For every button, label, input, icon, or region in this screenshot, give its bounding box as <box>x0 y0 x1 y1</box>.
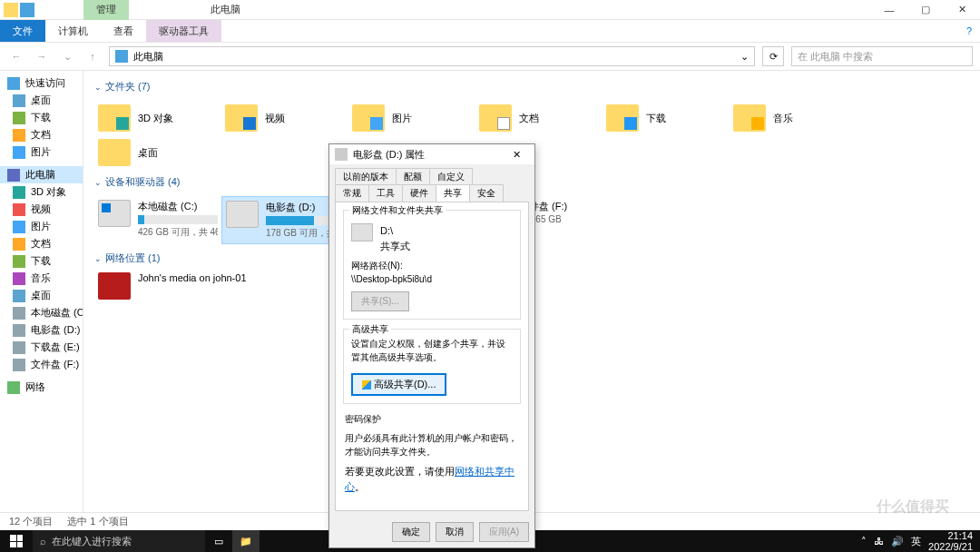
qat-icon[interactable] <box>4 3 18 17</box>
tab-customize[interactable]: 自定义 <box>429 168 473 185</box>
sidebar-item[interactable]: 图片 <box>0 143 83 161</box>
sidebar-item[interactable]: 文件盘 (F:) <box>0 356 83 373</box>
refresh-button[interactable]: ⟳ <box>762 46 784 66</box>
tab-general[interactable]: 常规 <box>335 184 369 202</box>
ok-button[interactable]: 确定 <box>392 522 430 542</box>
sidebar-item[interactable]: 3D 对象 <box>0 183 83 201</box>
taskbar-search[interactable]: ⌕在此键入进行搜索 <box>33 530 205 552</box>
document-icon <box>13 238 25 251</box>
drive-item[interactable]: 本地磁盘 (C:)426 GB 可用，共 465 GB <box>94 196 221 244</box>
sidebar-this-pc[interactable]: 此电脑 <box>0 166 83 183</box>
address-bar: ← → ⌄ ↑ 此电脑 ⌄ ⟳ 在 此电脑 中搜索 <box>0 42 980 71</box>
window-title: 此电脑 <box>211 3 240 16</box>
sidebar-item[interactable]: 下载 <box>0 109 83 126</box>
sidebar-item[interactable]: 电影盘 (D:) <box>0 321 83 339</box>
tab-security[interactable]: 安全 <box>469 184 504 202</box>
forward-button[interactable]: → <box>33 47 51 65</box>
tab-computer[interactable]: 计算机 <box>45 20 101 42</box>
sidebar-item[interactable]: 视频 <box>0 201 83 218</box>
folder-item[interactable]: 文档 <box>475 101 603 135</box>
media-icon <box>98 272 131 300</box>
network-item[interactable]: John's media on john-01 <box>94 269 276 303</box>
dialog-title: 电影盘 (D:) 属性 <box>353 148 425 162</box>
folder-item[interactable]: 3D 对象 <box>94 101 221 135</box>
desktop-icon <box>13 290 25 302</box>
tab-previous-versions[interactable]: 以前的版本 <box>335 168 397 185</box>
picture-icon <box>13 146 25 159</box>
network-path-label: 网络路径(N): <box>351 259 513 272</box>
window-controls: — ▢ ✕ <box>871 0 980 20</box>
drive-icon <box>13 359 25 371</box>
sidebar-item[interactable]: 文档 <box>0 126 83 143</box>
tray-network-icon[interactable]: 🖧 <box>874 536 884 547</box>
folder-icon <box>606 104 639 132</box>
folder-icon <box>733 104 766 132</box>
tray-chevron-icon[interactable]: ˄ <box>861 536 867 547</box>
apply-button[interactable]: 应用(A) <box>479 522 529 542</box>
section-password: 密码保护 用户必须具有此计算机的用户帐户和密码，才能访问共享文件夹。 若要更改此… <box>343 413 521 494</box>
qat <box>0 3 38 17</box>
sidebar-item[interactable]: 本地磁盘 (C:) <box>0 304 83 321</box>
folder-item[interactable]: 音乐 <box>730 101 857 135</box>
chevron-down-icon: ⌄ <box>94 254 102 263</box>
video-icon <box>13 203 25 216</box>
sidebar-item[interactable]: 音乐 <box>0 270 83 287</box>
qat-icon[interactable] <box>20 3 34 17</box>
tab-tools[interactable]: 工具 <box>368 184 403 202</box>
tab-view[interactable]: 查看 <box>101 20 146 42</box>
3d-icon <box>13 186 25 199</box>
ribbon: 文件 计算机 查看 驱动器工具 ? <box>0 20 980 42</box>
explorer-taskbar-icon[interactable]: 📁 <box>232 530 260 552</box>
folder-item[interactable]: 桌面 <box>94 135 221 170</box>
tray-time[interactable]: 21:14 <box>928 530 973 541</box>
tray-ime[interactable]: 英 <box>911 535 921 548</box>
share-button[interactable]: 共享(S)... <box>351 291 409 311</box>
tab-file[interactable]: 文件 <box>0 20 45 42</box>
cancel-button[interactable]: 取消 <box>436 522 474 542</box>
search-input[interactable]: 在 此电脑 中搜索 <box>791 46 973 66</box>
up-button[interactable]: ↑ <box>83 47 102 65</box>
dialog-close-button[interactable]: ✕ <box>504 146 529 163</box>
tab-quota[interactable]: 配额 <box>396 168 430 185</box>
sidebar-network[interactable]: 网络 <box>0 379 83 396</box>
drive-icon <box>351 223 373 242</box>
folder-icon <box>479 104 512 132</box>
back-button[interactable]: ← <box>7 47 25 65</box>
folder-item[interactable]: 图片 <box>348 101 475 135</box>
maximize-button[interactable]: ▢ <box>907 0 944 20</box>
close-button[interactable]: ✕ <box>944 0 980 20</box>
dropdown-history[interactable]: ⌄ <box>58 47 76 65</box>
sidebar-item[interactable]: 图片 <box>0 218 83 235</box>
sidebar-item[interactable]: 桌面 <box>0 287 83 304</box>
search-icon: ⌕ <box>40 536 46 547</box>
sidebar-quick-access[interactable]: 快速访问 <box>0 74 83 92</box>
address-field[interactable]: 此电脑 ⌄ <box>109 46 755 66</box>
folder-item[interactable]: 下载 <box>603 101 730 135</box>
tray-volume-icon[interactable]: 🔊 <box>891 536 904 547</box>
network-icon <box>7 381 20 394</box>
sidebar-item[interactable]: 文档 <box>0 235 83 252</box>
sidebar-item[interactable]: 下载 <box>0 252 83 270</box>
chevron-down-icon: ⌄ <box>94 83 102 92</box>
tab-sharing[interactable]: 共享 <box>436 184 470 202</box>
shield-icon <box>362 380 371 389</box>
start-button[interactable] <box>0 530 33 552</box>
task-view-button[interactable]: ▭ <box>205 530 232 552</box>
star-icon <box>7 77 20 90</box>
sidebar-item[interactable]: 桌面 <box>0 92 83 109</box>
dialog-titlebar[interactable]: 电影盘 (D:) 属性 ✕ <box>329 144 534 164</box>
picture-icon <box>13 221 25 233</box>
context-tab[interactable]: 管理 <box>83 0 129 20</box>
tray-date[interactable]: 2022/9/21 <box>928 541 973 552</box>
group-folders[interactable]: ⌄文件夹 (7) <box>94 76 969 97</box>
drive-icon <box>13 307 25 320</box>
tab-drive-tools[interactable]: 驱动器工具 <box>146 20 221 42</box>
sidebar-item[interactable]: 下载盘 (E:) <box>0 339 83 356</box>
folder-item[interactable]: 视频 <box>221 101 348 135</box>
advanced-share-button[interactable]: 高级共享(D)... <box>351 373 446 396</box>
help-button[interactable]: ? <box>958 20 980 42</box>
chevron-down-icon[interactable]: ⌄ <box>740 51 749 63</box>
folder-icon <box>98 139 131 166</box>
tab-hardware[interactable]: 硬件 <box>402 184 436 202</box>
minimize-button[interactable]: — <box>871 0 907 20</box>
